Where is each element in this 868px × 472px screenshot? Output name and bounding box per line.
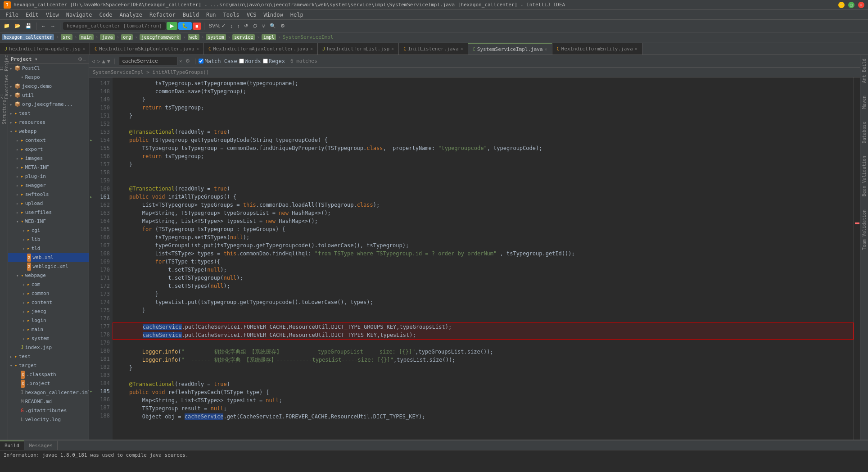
tree-item-tld[interactable]: ▸▸tld [8,244,89,253]
tab-close-1[interactable]: × [82,46,85,51]
maximize-button[interactable]: □ [848,2,854,8]
tree-item-webpage[interactable]: ▾▾webpage [8,271,89,280]
words-checkbox[interactable] [239,59,244,64]
tab-hexindictformentity[interactable]: C HexIndictformEntity.java × [552,43,642,54]
tree-item-readme-md[interactable]: MREADME.md [8,397,89,406]
tree-item-content[interactable]: ▸▸content [8,298,89,307]
tree-item-login[interactable]: ▸▸login [8,316,89,325]
tree-item-postcl[interactable]: ▸📦PostCl [8,64,89,73]
tab-systemserviceimpl[interactable]: C SystemServiceImpl.java × [468,43,552,54]
tree-item-resources[interactable]: ▸▸resources [8,118,89,127]
tab-hexindictform-update[interactable]: J hexIndictform-update.jsp × [0,43,90,54]
tree-item-swftools[interactable]: ▸▸swftools [8,190,89,199]
tree-item-web-inf[interactable]: ▾▾WEB-INF [8,217,89,226]
nav-main[interactable]: main [79,34,94,40]
nav-java[interactable]: java [100,34,114,40]
menu-vcs[interactable]: VCS [243,11,260,19]
search-up-button[interactable]: ▲ [102,58,105,64]
tree-item-context[interactable]: ▸▸context [8,136,89,145]
search-next-button[interactable]: ▷ [97,58,100,64]
toolbar-commit-button[interactable]: ↑ [235,23,242,30]
tree-item-hexagon-callcenter-iml[interactable]: Ihexagon_callcenter.iml [8,388,89,397]
nav-service[interactable]: service [232,34,255,40]
menu-file[interactable]: File [2,11,22,19]
tree-item-index-jsp[interactable]: Jindex.jsp [8,343,89,352]
close-button[interactable]: ✕ [858,2,864,8]
tab-ajaxcontroller[interactable]: C HexIndictformAjaxController.java × [204,43,318,54]
tab-close-5[interactable]: × [461,46,463,51]
tree-item-target[interactable]: ▾▾target [8,361,89,370]
toolbar-revert-button[interactable]: ↺ [242,22,250,30]
tree-item-com[interactable]: ▸▸com [8,280,89,289]
toolbar-save-button[interactable]: 💾 [23,22,33,30]
tree-item-common[interactable]: ▸▸common [8,289,89,298]
tree-item-plug-in[interactable]: ▸▸plug-in [8,172,89,181]
tree-item-weblogic-xml[interactable]: Xweblogic.xml [8,262,89,271]
code-content[interactable]: tsTypegroup.setTypegroupname(typegroupna… [113,77,854,440]
menu-run[interactable]: Run [203,11,220,19]
tree-item-lib[interactable]: ▸▸lib [8,235,89,244]
nav-project[interactable]: hexagon_callcenter [2,34,54,40]
menu-refactor[interactable]: Refactor [146,11,179,19]
search-prev-button[interactable]: ◁ [92,58,95,64]
panel-settings-button[interactable]: ⚙ [78,56,82,62]
tab-hexindictformlist[interactable]: J hexIndictformList.jsp × [318,43,399,54]
tree-item-upload[interactable]: ▸▸upload [8,199,89,208]
tree-item-images[interactable]: ▸▸images [8,154,89,163]
toolbar-search-button[interactable]: 🔍 [268,22,278,30]
toolbar-back-button[interactable]: ← [39,23,48,30]
panel-hide-button[interactable]: – [83,56,86,62]
tree-item-swagger[interactable]: ▸▸swagger [8,181,89,190]
team-validation-label[interactable]: Team Validation [862,209,867,250]
search-options-button[interactable]: ⚙ [184,58,192,64]
tab-close-6[interactable]: × [545,47,547,52]
toolbar-svn-button[interactable]: SVN: ✓ [207,22,228,30]
tree-item-webapp[interactable]: ▾▾webapp [8,127,89,136]
bean-validation-label[interactable]: Bean Validation [862,156,867,196]
database-label[interactable]: Database [862,122,867,143]
menu-analyze[interactable]: Analyze [116,11,146,19]
toolbar-settings-button[interactable]: ⚙ [279,22,287,30]
search-down-button[interactable]: ▼ [107,58,110,64]
toolbar-new-button[interactable]: 📁 [2,22,12,30]
nav-web[interactable]: web [188,34,199,40]
build-tab[interactable]: Build [0,440,24,450]
menu-view[interactable]: View [42,11,63,19]
nav-impl[interactable]: impl [262,34,276,40]
tree-item-org-jeecgframe---[interactable]: ▸📦org.jeecgframe... [8,100,89,109]
run-config[interactable]: hexagon_callcenter [tomcat7:run] [63,22,166,30]
nav-jeecgframework[interactable]: jeecgframework [140,34,181,40]
debug-button[interactable]: 🐛 [178,22,192,30]
project-icon[interactable]: 1: Project [1,59,7,65]
tree-item-userfiles[interactable]: ▸▸userfiles [8,208,89,217]
tree-item-jeecg[interactable]: ▸▸jeecg [8,307,89,316]
toolbar-open-button[interactable]: 📂 [13,22,23,30]
ant-build-label[interactable]: Ant Build [862,59,867,83]
menu-navigate[interactable]: Navigate [63,11,96,19]
tab-close-2[interactable]: × [196,46,199,51]
tree-item-util[interactable]: ▸📦util [8,91,89,100]
tree-item-test[interactable]: ▸▸test [8,109,89,118]
favorites-icon[interactable]: 2: Favorites [1,84,7,90]
tab-skipcontroller[interactable]: C HexIndictformSkipController.java × [90,43,204,54]
tree-item--classpath[interactable]: X.classpath [8,370,89,379]
tab-initlistener[interactable]: C InitListener.java × [399,43,468,54]
tree-item-system[interactable]: ▸▸system [8,334,89,343]
tree-item-test[interactable]: ▸▸test [8,352,89,361]
toolbar-history-button[interactable]: ⏱ [251,23,259,30]
run-button[interactable]: ▶ [167,22,177,30]
menu-tools[interactable]: Tools [220,11,243,19]
menu-help[interactable]: Help [287,11,307,19]
structure-icon[interactable]: Structure [1,109,7,115]
tab-close-4[interactable]: × [391,46,394,51]
match-case-checkbox[interactable] [199,59,203,64]
minimize-button[interactable]: ─ [838,2,845,8]
search-input[interactable] [119,57,177,65]
menu-code[interactable]: Code [96,11,116,19]
stop-button[interactable]: ■ [193,23,201,30]
tab-close-7[interactable]: × [635,46,637,51]
toolbar-branches-button[interactable]: ⑂ [260,23,267,30]
nav-org[interactable]: org [121,34,133,40]
tree-item-respo[interactable]: •Respo [8,73,89,82]
messages-tab[interactable]: Messages [24,440,58,450]
